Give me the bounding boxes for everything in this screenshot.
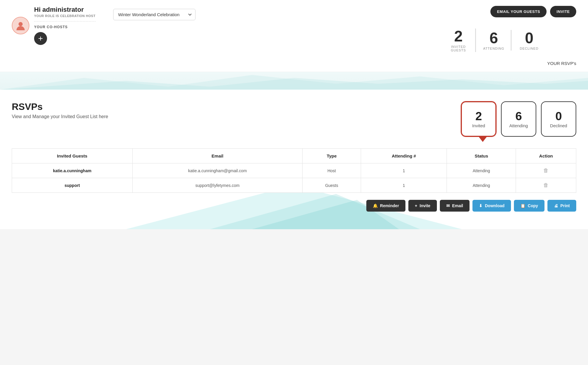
greeting-text: Hi administrator (34, 6, 96, 14)
invite-button[interactable]: INVITE (550, 6, 576, 17)
attending-card-label: Attending (509, 123, 528, 128)
col-invited-guests: Invited Guests (12, 149, 133, 163)
guest-table: Invited Guests Email Type Attending # St… (12, 148, 576, 193)
invite-label: Invite (420, 203, 430, 208)
bell-icon: 🔔 (373, 203, 378, 208)
download-button[interactable]: ⬇ Download (472, 200, 511, 212)
delete-icon[interactable]: 🗑 (543, 168, 549, 173)
guest-email: katie.a.cunningham@gmail.com (133, 163, 303, 178)
invited-card[interactable]: 2 Invited (461, 101, 496, 137)
col-action: Action (516, 149, 576, 163)
guest-status: Attending (447, 178, 516, 193)
svg-marker-4 (210, 194, 420, 229)
guest-action[interactable]: 🗑 (516, 163, 576, 178)
header-actions: EMAIL YOUR GUESTS INVITE (490, 6, 576, 17)
invited-label: INVITED GUESTS (447, 45, 470, 52)
print-button[interactable]: 🖨 Print (547, 200, 576, 212)
plus-icon: + (415, 203, 417, 208)
declined-stat: 0 DECLINED (512, 27, 547, 53)
col-type: Type (303, 149, 361, 163)
rsvps-label: YOUR RSVP's (547, 61, 576, 66)
avatar (12, 17, 29, 34)
print-label: Print (560, 203, 570, 208)
user-info: Hi administrator YOUR ROLE IS CELEBRATIO… (12, 6, 96, 45)
bg-decoration (0, 72, 588, 90)
rsvp-title: RSVPs (12, 101, 108, 112)
guest-type: Host (303, 163, 361, 178)
guest-email: support@lyfetymes.com (133, 178, 303, 193)
guest-attending-num: 1 (361, 178, 447, 193)
event-dropdown[interactable]: Winter Wonderland Celebration Summer BBQ… (113, 9, 196, 20)
cohosts-label: YOUR CO-HOSTS (34, 21, 96, 29)
print-icon: 🖨 (554, 203, 558, 208)
declined-card[interactable]: 0 Declined (541, 101, 576, 137)
table-row: support support@lyfetymes.com Guests 1 A… (12, 178, 576, 193)
attending-card[interactable]: 6 Attending (501, 101, 536, 137)
attending-card-num: 6 (515, 110, 522, 122)
svg-point-0 (19, 22, 23, 26)
email-action-button[interactable]: ✉ Email (440, 200, 470, 212)
plus-icon: + (38, 34, 43, 43)
rsvp-stats: 2 Invited 6 Attending 0 Declined (461, 101, 576, 137)
action-buttons: 🔔 Reminder + Invite ✉ Email ⬇ Download 📋… (12, 200, 576, 212)
envelope-icon: ✉ (446, 203, 450, 208)
download-icon: ⬇ (479, 203, 482, 208)
email-guests-button[interactable]: EMAIL YOUR GUESTS (490, 6, 547, 17)
delete-icon[interactable]: 🗑 (543, 182, 549, 188)
add-cohost-button[interactable]: + (34, 32, 47, 45)
reminder-label: Reminder (380, 203, 399, 208)
guest-attending-num: 1 (361, 163, 447, 178)
col-status: Status (447, 149, 516, 163)
email-label: Email (452, 203, 463, 208)
copy-icon: 📋 (520, 203, 525, 208)
guest-name: support (12, 178, 133, 193)
guest-status: Attending (447, 163, 516, 178)
copy-label: Copy (528, 203, 538, 208)
table-row: katie.a.cunningham katie.a.cunningham@gm… (12, 163, 576, 178)
invite-action-button[interactable]: + Invite (408, 200, 437, 212)
declined-card-num: 0 (555, 110, 562, 122)
invited-card-num: 2 (475, 110, 482, 122)
event-selector: Winter Wonderland Celebration Summer BBQ… (113, 9, 196, 20)
guest-name: katie.a.cunningham (12, 163, 133, 178)
attending-count: 6 (482, 30, 505, 46)
declined-card-label: Declined (550, 123, 567, 128)
rsvp-header: RSVPs View and Manage your Invited Guest… (12, 101, 576, 137)
download-label: Download (485, 203, 505, 208)
rsvp-section: RSVPs View and Manage your Invited Guest… (0, 90, 588, 229)
role-text: YOUR ROLE IS CELEBRATION HOST (34, 14, 96, 18)
rsvp-title-area: RSVPs View and Manage your Invited Guest… (12, 101, 108, 119)
invited-guests-stat: 2 INVITED GUESTS (441, 26, 476, 55)
col-attending: Attending # (361, 149, 447, 163)
attending-label: ATTENDING (482, 47, 505, 50)
guest-action[interactable]: 🗑 (516, 178, 576, 193)
header-section: Hi administrator YOUR ROLE IS CELEBRATIO… (0, 0, 588, 72)
col-email: Email (133, 149, 303, 163)
invited-count: 2 (447, 29, 470, 44)
rsvp-subtitle: View and Manage your Invited Guest List … (12, 114, 108, 119)
attending-stat: 6 ATTENDING (476, 27, 511, 53)
invited-card-label: Invited (472, 123, 485, 128)
active-arrow (479, 137, 487, 142)
declined-count: 0 (517, 30, 541, 46)
copy-button[interactable]: 📋 Copy (514, 200, 544, 212)
reminder-button[interactable]: 🔔 Reminder (366, 200, 406, 212)
declined-label: DECLINED (517, 47, 541, 50)
guest-type: Guests (303, 178, 361, 193)
stats-row: 2 INVITED GUESTS 6 ATTENDING 0 DECLINED (411, 26, 576, 55)
